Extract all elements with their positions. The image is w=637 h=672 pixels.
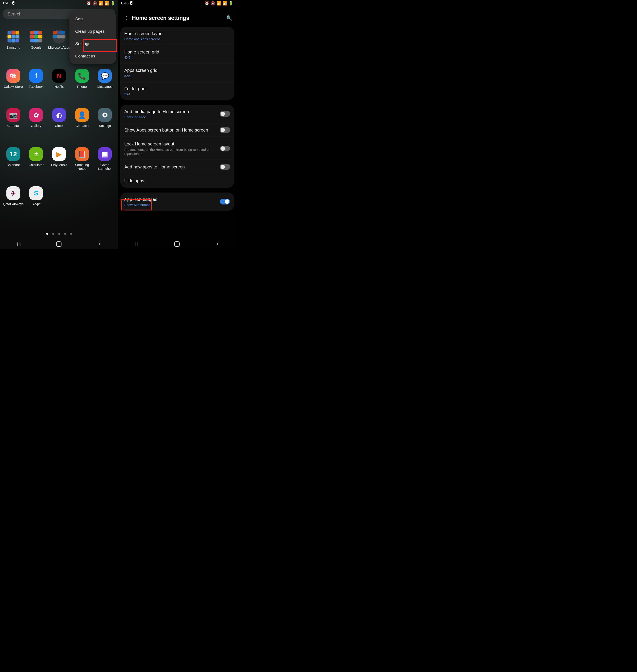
- page-dot[interactable]: [58, 233, 60, 235]
- app-label: Skype: [32, 202, 41, 209]
- page-indicator: [0, 233, 118, 235]
- home-button[interactable]: [174, 241, 180, 247]
- toggle-switch[interactable]: [220, 146, 230, 151]
- row-title: Apps screen grid: [124, 68, 230, 73]
- app-icon: ⚙: [98, 108, 112, 122]
- settings-row-show-apps-screen-button-on-home-screen[interactable]: Show Apps screen button on Home screen: [120, 123, 234, 137]
- app-calendar[interactable]: 12Calendar: [2, 147, 25, 170]
- toggle-switch[interactable]: [220, 111, 230, 117]
- settings-row-hide-apps[interactable]: Hide apps: [120, 174, 234, 188]
- settings-row-add-new-apps-to-home-screen[interactable]: Add new apps to Home screen: [120, 160, 234, 174]
- app-settings[interactable]: ⚙Settings: [93, 108, 116, 131]
- app-qatar-airways[interactable]: ✈Qatar Airways: [2, 186, 25, 209]
- menu-settings[interactable]: Settings: [70, 38, 116, 50]
- app-gallery[interactable]: ✿Gallery: [25, 108, 48, 131]
- app-microsoft-apps[interactable]: Microsoft Apps: [48, 30, 71, 53]
- settings-card-layout: Home screen layoutHome and Apps screensH…: [120, 27, 234, 100]
- app-skype[interactable]: SSkype: [25, 186, 48, 209]
- app-icon: 💬: [98, 69, 112, 83]
- wifi-icon: 📶: [217, 1, 221, 6]
- app-icon: 🛍: [6, 69, 20, 83]
- alarm-icon: ⏰: [87, 1, 91, 6]
- menu-contact-us[interactable]: Contact us: [70, 50, 116, 62]
- page-dot[interactable]: [64, 233, 66, 235]
- app-icon: ✿: [29, 108, 43, 122]
- row-title: Hide apps: [124, 178, 230, 184]
- home-button[interactable]: [56, 241, 61, 247]
- toggle-switch[interactable]: [220, 164, 230, 170]
- settings-row-app-icon-badges[interactable]: App icon badgesShow with number: [120, 192, 234, 211]
- status-time: 8:45: [3, 1, 11, 5]
- mute-icon: 🔇: [92, 1, 97, 6]
- page-dot[interactable]: [46, 233, 48, 235]
- toggle-switch[interactable]: [220, 127, 230, 133]
- status-bar: 8:45 🖼 ⏰ 🔇 📶 📶 🔋: [0, 0, 118, 7]
- app-label: Gallery: [31, 124, 41, 131]
- row-title: Home screen layout: [124, 31, 230, 36]
- row-subtitle: Home and Apps screens: [124, 37, 230, 41]
- app-icon: 📷: [6, 108, 20, 122]
- app-netflix[interactable]: NNetflix: [48, 69, 71, 92]
- page-dot[interactable]: [52, 233, 54, 235]
- row-title: Add new apps to Home screen: [124, 164, 220, 170]
- menu-sort[interactable]: Sort: [70, 13, 116, 25]
- search-icon[interactable]: 🔍: [226, 15, 232, 21]
- app-label: Messages: [97, 85, 112, 92]
- settings-row-folder-grid[interactable]: Folder grid3X4: [120, 81, 234, 100]
- settings-row-add-media-page-to-home-screen[interactable]: Add media page to Home screenSamsung Fre…: [120, 105, 234, 123]
- status-time: 8:46: [121, 1, 128, 5]
- image-icon: 🖼: [12, 1, 16, 5]
- app-label: Galaxy Store: [3, 85, 23, 92]
- alarm-icon: ⏰: [205, 1, 209, 6]
- row-title: Add media page to Home screen: [124, 109, 220, 114]
- page-dot[interactable]: [70, 233, 72, 235]
- settings-row-apps-screen-grid[interactable]: Apps screen grid5X5: [120, 63, 234, 81]
- image-icon: 🖼: [130, 1, 133, 5]
- row-subtitle: 4X5: [124, 55, 230, 59]
- row-title: Lock Home screen layout: [124, 141, 220, 147]
- app-icon: 👤: [75, 108, 89, 122]
- settings-row-lock-home-screen-layout[interactable]: Lock Home screen layoutPrevent items on …: [120, 137, 234, 160]
- app-label: Facebook: [29, 85, 43, 92]
- app-label: Game Launcher: [93, 163, 116, 170]
- menu-clean-up-pages[interactable]: Clean up pages: [70, 25, 116, 38]
- app-galaxy-store[interactable]: 🛍Galaxy Store: [2, 69, 25, 92]
- app-google[interactable]: Google: [25, 30, 48, 53]
- app-messages[interactable]: 💬Messages: [93, 69, 116, 92]
- app-clock[interactable]: ◐Clock: [48, 108, 71, 131]
- app-facebook[interactable]: fFacebook: [25, 69, 48, 92]
- settings-header: 〈 Home screen settings 🔍: [118, 7, 236, 27]
- back-button[interactable]: 〈: [96, 241, 101, 247]
- search-placeholder: Search: [7, 12, 21, 17]
- app-camera[interactable]: 📷Camera: [2, 108, 25, 131]
- row-subtitle: Show with number: [124, 203, 220, 207]
- row-title: Home screen grid: [124, 49, 230, 55]
- app-phone[interactable]: 📞Phone: [71, 69, 94, 92]
- app-contacts[interactable]: 👤Contacts: [71, 108, 94, 131]
- recents-button[interactable]: |||: [135, 242, 140, 246]
- back-button[interactable]: 〈: [214, 241, 219, 247]
- app-label: Settings: [99, 124, 111, 131]
- recents-button[interactable]: |||: [17, 242, 22, 246]
- app-icon: ▶: [52, 147, 66, 161]
- app-label: Play Music: [51, 163, 67, 170]
- app-icon: 📕: [75, 147, 89, 161]
- settings-row-home-screen-grid[interactable]: Home screen grid4X5: [120, 45, 234, 63]
- row-title: Folder grid: [124, 86, 230, 92]
- settings-row-home-screen-layout[interactable]: Home screen layoutHome and Apps screens: [120, 27, 234, 45]
- app-icon: [29, 30, 43, 43]
- wifi-icon: 📶: [98, 1, 103, 6]
- app-samsung-notes[interactable]: 📕Samsung Notes: [71, 147, 94, 170]
- toggle-switch[interactable]: [220, 199, 230, 204]
- app-calculator[interactable]: ±Calculator: [25, 147, 48, 170]
- settings-card-options: Add media page to Home screenSamsung Fre…: [120, 105, 234, 188]
- app-play-music[interactable]: ▶Play Music: [48, 147, 71, 170]
- row-title: Show Apps screen button on Home screen: [124, 127, 220, 133]
- app-samsung[interactable]: Samsung: [2, 30, 25, 53]
- app-label: Calendar: [6, 163, 20, 170]
- app-icon: [52, 30, 66, 43]
- back-icon[interactable]: 〈: [122, 14, 128, 22]
- signal-icon: 📶: [222, 1, 227, 6]
- app-game-launcher[interactable]: ▣Game Launcher: [93, 147, 116, 170]
- app-label: Contacts: [75, 124, 89, 131]
